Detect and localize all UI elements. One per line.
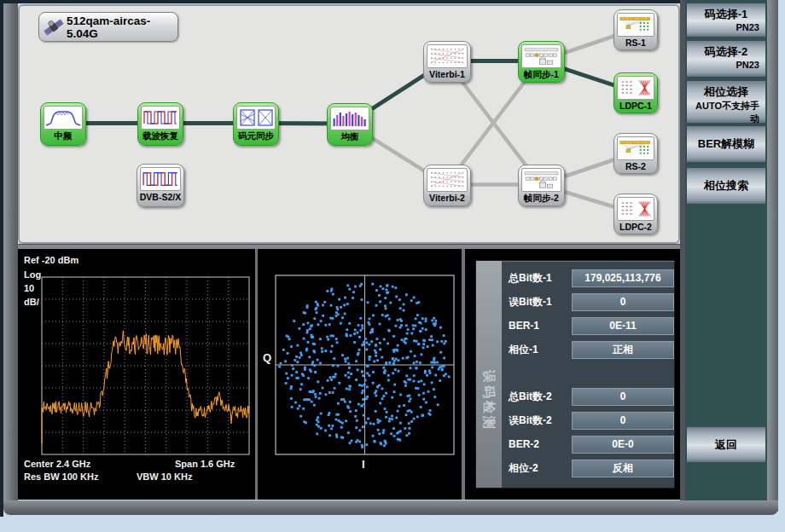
signal-chain-diagram-panel: 512qam-aircas-5.04G 中频载波恢复码元同步均衡DVB-S2/X… [18, 4, 680, 244]
diagram-block-label: Viterbi-1 [424, 68, 470, 81]
diagram-block-label: Viterbi-2 [424, 192, 470, 205]
diagram-block-label: 帧同步-2 [519, 192, 564, 205]
sidebar-button-3[interactable]: 相位选择AUTO不支持手动 [687, 80, 765, 124]
diagram-block-label: LDPC-2 [614, 221, 657, 234]
ber-row-value: 0 [572, 412, 674, 430]
sidebar-button-label: 相位选择 [687, 81, 765, 100]
diagram-block-junheng[interactable]: 均衡 [327, 103, 373, 146]
sidebar-button-5[interactable]: 相位搜索 [687, 167, 765, 205]
diagram-block-label: 帧同步-1 [519, 68, 564, 81]
window-frame-top [0, 0, 777, 3]
ber-side-strip: 误码检测 [476, 261, 502, 488]
diagram-block-label: 中频 [41, 130, 85, 142]
sidebar-button-label: 码选择-2 [687, 41, 765, 60]
ber-row-value: 0E-0 [572, 436, 674, 454]
ber-row-label: 总Bit数-1 [509, 269, 570, 287]
ber-row-label: 相位-1 [509, 341, 570, 359]
frame-icon [521, 168, 561, 192]
return-button[interactable]: 返回 [687, 426, 765, 463]
sidebar-button-value: PN23 [687, 22, 765, 32]
ldpc-icon [617, 76, 654, 100]
ber-row-value: 0 [572, 388, 674, 406]
waves-icon [141, 106, 180, 130]
spectrum-icon [44, 106, 83, 130]
return-button-label: 返回 [687, 427, 765, 462]
diagram-block-label: 码元同步 [234, 130, 278, 142]
constellation-q-label: Q [263, 351, 271, 364]
sidebar-button-label: 相位搜索 [687, 168, 765, 204]
signal-profile-button[interactable]: 512qam-aircas-5.04G [38, 12, 178, 42]
sidebar-button-1[interactable]: 码选择-1PN23 [687, 3, 765, 38]
diagram-block-ldpc2[interactable]: LDPC-2 [613, 194, 658, 234]
diagram-block-label: DVB-S2/X [137, 191, 183, 204]
ber-row-value: 0E-11 [572, 317, 674, 335]
window-frame-right [767, 0, 778, 512]
spectrum-analyzer-panel: Ref -20 dBm Log 10 dB/ Center 2.4 GHz Sp… [18, 249, 255, 500]
trellis-icon [427, 44, 468, 68]
diagram-block-rs1[interactable]: RS-1 [613, 9, 658, 50]
waves-icon [140, 167, 181, 191]
sidebar-button-label: 码选择-1 [687, 3, 765, 22]
diagram-block-ldpc1[interactable]: LDPC-1 [613, 72, 658, 113]
rs-icon [617, 136, 654, 160]
sidebar-button-4[interactable]: BER解模糊 [687, 125, 765, 163]
frame-icon [521, 44, 561, 68]
satellite-icon [43, 16, 65, 38]
sidebar-button-value: PN23 [687, 60, 765, 70]
diagram-block-label: 均衡 [328, 130, 372, 143]
ber-row-value: 179,025,113,776 [572, 269, 674, 287]
diagram-block-rs2[interactable]: RS-2 [613, 133, 658, 174]
window-frame-bottom [3, 500, 778, 515]
diagram-block-zhen2[interactable]: 帧同步-2 [518, 165, 565, 206]
sidebar-button-label: BER解模糊 [687, 126, 765, 162]
spectrum-vbw-label: VBW 10 KHz [137, 471, 192, 482]
diagram-block-label: LDPC-1 [614, 100, 657, 113]
sidebar: 码选择-1PN23码选择-2PN23相位选择AUTO不支持手动BER解模糊相位搜… [680, 0, 767, 500]
ber-statistics-panel: 误码检测 总Bit数-1179,025,113,776误Bit数-10BER-1… [465, 249, 680, 500]
diagram-block-zhongpin[interactable]: 中频 [40, 102, 86, 146]
ber-row-label: BER-1 [509, 317, 570, 335]
constellation-i-label: I [362, 458, 365, 471]
bars-icon [330, 107, 369, 130]
constellation-chart [258, 249, 462, 500]
constellation-panel: Q I [258, 249, 462, 500]
diagram-block-zaibo[interactable]: 载波恢复 [137, 102, 183, 146]
ber-row-value: 正相 [572, 341, 674, 359]
sidebar-button-value: AUTO不支持手动 [687, 100, 765, 125]
diagram-block-viterbi2[interactable]: Viterbi-2 [423, 165, 471, 206]
trellis-icon [427, 168, 468, 192]
eyes-icon [236, 106, 276, 130]
diagram-block-label: 载波恢复 [138, 130, 183, 142]
ber-row-label: 误Bit数-1 [509, 293, 570, 311]
ber-row-label: 相位-2 [509, 460, 570, 477]
rs-icon [617, 13, 654, 37]
diagram-block-dvb[interactable]: DVB-S2/X [137, 164, 184, 207]
diagram-block-label: RS-1 [614, 37, 657, 49]
spectrum-center-label: Center 2.4 GHz [24, 459, 90, 469]
window-frame-left [3, 3, 18, 512]
spectrum-span-label: Span 1.6 GHz [175, 459, 235, 469]
diagram-block-label: RS-2 [614, 160, 657, 173]
diagram-block-zhen1[interactable]: 帧同步-1 [518, 41, 565, 83]
ber-row-label: 误Bit数-2 [509, 412, 570, 430]
ldpc-icon [617, 197, 654, 221]
ber-row-label: 总Bit数-2 [509, 388, 570, 406]
ber-row-value: 0 [572, 293, 674, 311]
ber-row-label: BER-2 [509, 436, 570, 454]
ber-side-label: 误码检测 [476, 356, 502, 445]
app-window: 512qam-aircas-5.04G 中频载波恢复码元同步均衡DVB-S2/X… [0, 0, 785, 532]
spectrum-rbw-label: Res BW 100 KHz [24, 471, 98, 482]
ber-inner-panel: 误码检测 总Bit数-1179,025,113,776误Bit数-10BER-1… [475, 260, 675, 489]
diagram-block-mayuan[interactable]: 码元同步 [233, 102, 279, 146]
diagram-block-viterbi1[interactable]: Viterbi-1 [423, 41, 471, 83]
ber-row-value: 反相 [572, 460, 674, 477]
signal-profile-label: 512qam-aircas-5.04G [67, 14, 177, 40]
sidebar-button-2[interactable]: 码选择-2PN23 [687, 40, 765, 78]
